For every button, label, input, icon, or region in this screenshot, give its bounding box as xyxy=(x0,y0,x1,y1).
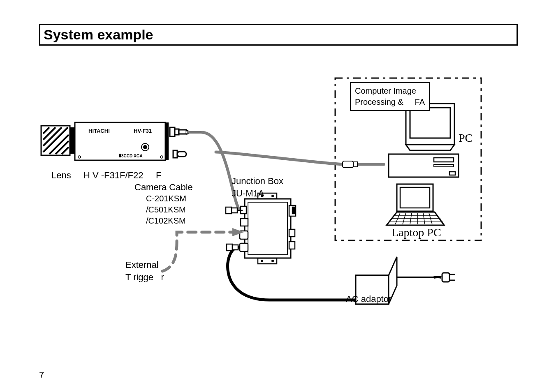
svg-rect-42 xyxy=(226,207,232,214)
pc-plug-icon xyxy=(343,161,357,168)
svg-rect-31 xyxy=(248,202,287,255)
svg-rect-23 xyxy=(353,162,357,167)
svg-rect-16 xyxy=(170,127,175,136)
camera-connectors-icon xyxy=(170,127,202,158)
svg-rect-40 xyxy=(289,229,295,237)
laptop-icon xyxy=(387,184,444,225)
svg-rect-12 xyxy=(119,154,121,157)
svg-rect-22 xyxy=(343,161,353,168)
svg-rect-8 xyxy=(70,127,75,154)
svg-rect-47 xyxy=(232,245,238,250)
data-cable-path xyxy=(216,152,384,164)
camera-brand: HITACHI xyxy=(88,128,110,134)
svg-rect-43 xyxy=(232,208,237,213)
svg-rect-33 xyxy=(241,219,248,226)
camera-model-small: HV-F31 xyxy=(134,128,152,134)
camera-marks: 3CCD XGA xyxy=(121,154,143,158)
section-title: System example xyxy=(39,24,518,46)
svg-point-11 xyxy=(143,145,147,149)
laptop-label: Laptop PC xyxy=(392,226,441,239)
page-number: 7 xyxy=(39,370,44,380)
svg-rect-35 xyxy=(240,243,248,251)
svg-rect-50 xyxy=(442,273,449,282)
svg-rect-15 xyxy=(165,122,169,160)
pc-icon xyxy=(389,104,459,177)
svg-rect-37 xyxy=(292,207,295,209)
junction-box-label: Junction Box JU-M1A xyxy=(232,175,283,199)
svg-marker-55 xyxy=(406,145,454,150)
lens-label: Lens xyxy=(51,170,71,181)
camera-model-label: H V -F31F/F22 F xyxy=(83,170,161,181)
system-diagram: HITACHI HV-F31 3CCD XGA xyxy=(39,70,518,308)
svg-rect-27 xyxy=(258,258,277,264)
computer-processing-label: Computer Image Processing & FA xyxy=(350,82,430,111)
svg-point-28 xyxy=(261,260,263,262)
svg-rect-58 xyxy=(449,172,455,175)
ac-adaptor-label: AC adaptor xyxy=(346,294,392,304)
svg-rect-59 xyxy=(434,164,454,167)
svg-rect-21 xyxy=(177,152,186,157)
svg-rect-46 xyxy=(227,244,232,251)
junction-box-icon xyxy=(240,193,296,264)
svg-rect-41 xyxy=(289,242,295,249)
svg-rect-54 xyxy=(410,108,450,138)
camera-icon: HITACHI HV-F31 3CCD XGA xyxy=(75,122,169,160)
svg-rect-38 xyxy=(292,210,295,211)
svg-rect-57 xyxy=(434,158,454,162)
svg-rect-61 xyxy=(400,187,430,208)
pc-label: PC xyxy=(459,131,473,145)
camera-cable-title-label: Camera Cable xyxy=(134,182,193,193)
external-trigger-label: External T rigge r xyxy=(125,259,164,283)
section-title-text: System example xyxy=(44,27,513,43)
svg-rect-18 xyxy=(179,130,186,134)
svg-rect-39 xyxy=(292,212,295,214)
svg-point-29 xyxy=(271,260,274,262)
camera-cable-models-label: C-201KSM /C501KSM /C102KSM xyxy=(146,193,186,226)
lens-icon xyxy=(41,126,75,155)
